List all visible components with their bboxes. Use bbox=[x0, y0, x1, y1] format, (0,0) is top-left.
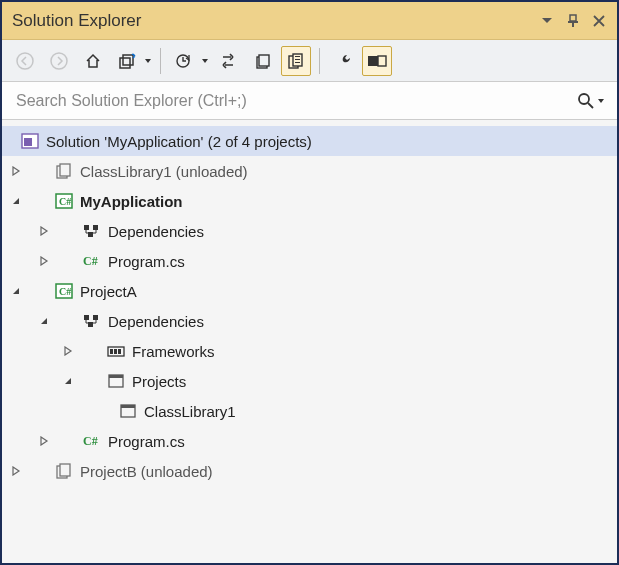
node-label: Dependencies bbox=[108, 313, 204, 330]
svg-rect-40 bbox=[121, 405, 135, 408]
csharp-project-icon: C# bbox=[54, 192, 74, 210]
svg-rect-1 bbox=[568, 21, 578, 23]
expander-collapsed-icon[interactable] bbox=[36, 223, 52, 239]
switch-views-button[interactable] bbox=[112, 46, 142, 76]
tree-node-projecta[interactable]: C# ProjectA bbox=[2, 276, 617, 306]
preview-selected-button[interactable] bbox=[362, 46, 392, 76]
pending-changes-dropdown[interactable] bbox=[201, 46, 209, 76]
tree-node-myapp-program[interactable]: C# Program.cs bbox=[2, 246, 617, 276]
svg-rect-24 bbox=[84, 225, 89, 230]
svg-rect-6 bbox=[123, 55, 133, 65]
back-button[interactable] bbox=[10, 46, 40, 76]
expander-collapsed-icon[interactable] bbox=[36, 253, 52, 269]
node-label: Frameworks bbox=[132, 343, 215, 360]
csharp-file-icon: C# bbox=[82, 252, 102, 270]
unloaded-project-icon bbox=[54, 462, 74, 480]
node-label: ClassLibrary1 bbox=[144, 403, 236, 420]
sync-active-doc-button[interactable] bbox=[213, 46, 243, 76]
tree-node-classlibrary1[interactable]: ClassLibrary1 (unloaded) bbox=[2, 156, 617, 186]
svg-rect-25 bbox=[93, 225, 98, 230]
svg-rect-43 bbox=[60, 464, 70, 476]
csharp-file-icon: C# bbox=[82, 432, 102, 450]
toolbar-separator bbox=[319, 48, 320, 74]
window-position-icon[interactable] bbox=[539, 13, 555, 29]
svg-text:C#: C# bbox=[83, 434, 98, 448]
window-icon bbox=[118, 402, 138, 420]
svg-rect-11 bbox=[293, 54, 302, 66]
svg-rect-12 bbox=[295, 56, 300, 57]
properties-button[interactable] bbox=[328, 46, 358, 76]
tree-node-myapp-dependencies[interactable]: Dependencies bbox=[2, 216, 617, 246]
svg-rect-10 bbox=[289, 56, 298, 68]
solution-icon bbox=[20, 132, 40, 150]
titlebar-title: Solution Explorer bbox=[12, 11, 539, 31]
svg-rect-16 bbox=[378, 56, 386, 66]
tree-node-projecta-frameworks[interactable]: Frameworks bbox=[2, 336, 617, 366]
expander-collapsed-icon[interactable] bbox=[8, 463, 24, 479]
expander-collapsed-icon[interactable] bbox=[36, 433, 52, 449]
tree-node-projecta-ref-classlibrary1[interactable]: ClassLibrary1 bbox=[2, 396, 617, 426]
tree-node-projecta-dependencies[interactable]: Dependencies bbox=[2, 306, 617, 336]
unloaded-project-icon bbox=[54, 162, 74, 180]
expander-collapsed-icon[interactable] bbox=[60, 343, 76, 359]
tree-node-projecta-program[interactable]: C# Program.cs bbox=[2, 426, 617, 456]
svg-rect-36 bbox=[118, 349, 121, 354]
tree-node-projectb[interactable]: ProjectB (unloaded) bbox=[2, 456, 617, 486]
node-label: ProjectA bbox=[80, 283, 137, 300]
node-label: Program.cs bbox=[108, 433, 185, 450]
svg-point-17 bbox=[579, 94, 589, 104]
svg-point-4 bbox=[51, 53, 67, 69]
tree-node-myapplication[interactable]: C# MyApplication bbox=[2, 186, 617, 216]
window-icon bbox=[106, 372, 126, 390]
svg-rect-13 bbox=[295, 59, 300, 60]
titlebar-controls bbox=[539, 13, 607, 29]
tree-node-projecta-projects[interactable]: Projects bbox=[2, 366, 617, 396]
node-label: Dependencies bbox=[108, 223, 204, 240]
svg-point-7 bbox=[177, 55, 189, 67]
search-button[interactable] bbox=[577, 92, 605, 110]
svg-rect-5 bbox=[120, 58, 130, 68]
svg-rect-2 bbox=[572, 23, 574, 27]
expander-collapsed-icon[interactable] bbox=[8, 163, 24, 179]
csharp-project-icon: C# bbox=[54, 282, 74, 300]
frameworks-icon bbox=[106, 342, 126, 360]
svg-rect-19 bbox=[24, 138, 32, 146]
svg-rect-9 bbox=[259, 55, 269, 66]
svg-text:C#: C# bbox=[83, 254, 98, 268]
svg-rect-0 bbox=[570, 15, 576, 21]
pin-icon[interactable] bbox=[565, 13, 581, 29]
refresh-button[interactable] bbox=[247, 46, 277, 76]
close-icon[interactable] bbox=[591, 13, 607, 29]
expander-expanded-icon[interactable] bbox=[8, 283, 24, 299]
expander-expanded-icon[interactable] bbox=[8, 193, 24, 209]
node-label: Projects bbox=[132, 373, 186, 390]
svg-rect-21 bbox=[60, 164, 70, 176]
show-all-files-button[interactable] bbox=[281, 46, 311, 76]
node-label: MyApplication bbox=[80, 193, 183, 210]
pending-changes-button[interactable] bbox=[169, 46, 199, 76]
titlebar: Solution Explorer bbox=[2, 2, 617, 40]
svg-rect-30 bbox=[84, 315, 89, 320]
searchbar bbox=[2, 82, 617, 120]
svg-point-3 bbox=[17, 53, 33, 69]
svg-rect-38 bbox=[109, 375, 123, 378]
node-label: ClassLibrary1 (unloaded) bbox=[80, 163, 248, 180]
node-label: Program.cs bbox=[108, 253, 185, 270]
forward-button[interactable] bbox=[44, 46, 74, 76]
expander-expanded-icon[interactable] bbox=[36, 313, 52, 329]
home-button[interactable] bbox=[78, 46, 108, 76]
svg-rect-15 bbox=[368, 56, 378, 66]
svg-rect-35 bbox=[114, 349, 117, 354]
svg-rect-8 bbox=[257, 57, 267, 68]
search-input[interactable] bbox=[14, 91, 577, 111]
node-label: Solution 'MyApplication' (2 of 4 project… bbox=[46, 133, 312, 150]
dependencies-icon bbox=[82, 312, 102, 330]
toolbar bbox=[2, 40, 617, 82]
expander-expanded-icon[interactable] bbox=[60, 373, 76, 389]
tree-node-solution[interactable]: Solution 'MyApplication' (2 of 4 project… bbox=[2, 126, 617, 156]
solution-tree: Solution 'MyApplication' (2 of 4 project… bbox=[2, 120, 617, 563]
svg-text:C#: C# bbox=[59, 196, 71, 207]
switch-views-dropdown[interactable] bbox=[144, 46, 152, 76]
toolbar-separator bbox=[160, 48, 161, 74]
svg-text:C#: C# bbox=[59, 286, 71, 297]
